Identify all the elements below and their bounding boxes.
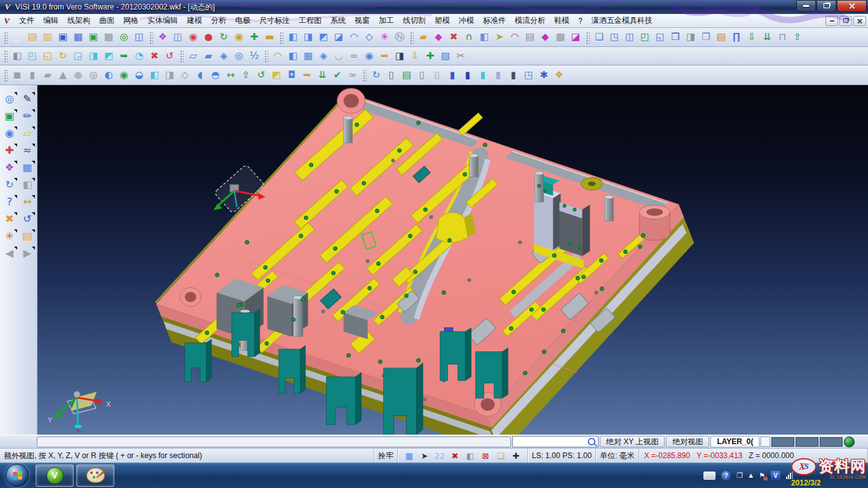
- new-file-icon[interactable]: ▢: [10, 30, 25, 45]
- cylinder-solid-icon[interactable]: ▮: [25, 67, 40, 83]
- show-all-icon[interactable]: ✚: [247, 30, 262, 45]
- save-as-icon[interactable]: ▦: [71, 30, 86, 45]
- press-tool-icon[interactable]: ∏: [729, 30, 744, 45]
- menu-item[interactable]: 线切割: [398, 14, 430, 27]
- mirror-solid-icon[interactable]: ◫: [622, 30, 637, 45]
- import-points-icon[interactable]: ⇊: [759, 30, 775, 45]
- menu-item[interactable]: 电极: [231, 14, 255, 27]
- sheet-solid-icon[interactable]: ◇: [177, 67, 193, 83]
- delete-icon[interactable]: ✖: [1, 212, 18, 227]
- menu-item[interactable]: 建模: [182, 14, 207, 27]
- undercut-analysis-icon[interactable]: ✖: [446, 30, 461, 45]
- tangent-surface-icon[interactable]: ◧: [285, 48, 301, 64]
- cube-section-icon[interactable]: ◨: [86, 48, 101, 64]
- undo-icon[interactable]: ↺: [19, 212, 36, 227]
- twist-solid-icon[interactable]: ↺: [254, 67, 269, 83]
- copy-solid-icon[interactable]: ❏: [592, 30, 607, 45]
- render-palette-icon[interactable]: ❖: [1, 160, 18, 175]
- chain-22-icon[interactable]: 22: [432, 449, 447, 462]
- pipe-surface-icon[interactable]: ∞: [346, 48, 362, 64]
- trim-surface-icon[interactable]: ✂: [453, 48, 468, 64]
- eye-add-icon[interactable]: ◉: [186, 30, 201, 45]
- menu-item[interactable]: 视窗: [350, 14, 374, 27]
- cube-corner-icon[interactable]: ◩: [101, 48, 116, 64]
- paste-entity-icon[interactable]: ▤: [714, 30, 729, 45]
- menu-item[interactable]: 实体编辑: [143, 14, 182, 27]
- chamfer-cube-icon[interactable]: ◨: [162, 67, 177, 83]
- box-3d-icon[interactable]: ◧: [463, 449, 478, 462]
- taskbar-app-visi[interactable]: V: [36, 464, 74, 487]
- corner-cube-icon[interactable]: ◧: [147, 67, 162, 83]
- menu-item[interactable]: 标准件: [478, 14, 510, 27]
- window-grid-icon[interactable]: ▦: [19, 160, 36, 175]
- machining-icon[interactable]: ✳: [1, 229, 18, 244]
- network-signal-icon[interactable]: [786, 471, 793, 479]
- restore-button[interactable]: [817, 0, 836, 12]
- cursor-icon[interactable]: ➤: [417, 449, 432, 462]
- menu-item[interactable]: 工程图: [294, 14, 326, 27]
- align-solid-icon[interactable]: ◱: [653, 30, 668, 45]
- menu-item[interactable]: 编辑: [39, 14, 63, 27]
- start-button[interactable]: [0, 463, 34, 488]
- verify-solid-icon[interactable]: ✔: [330, 67, 345, 83]
- move-solid-icon[interactable]: ↔: [223, 67, 238, 83]
- regen-cylinder-icon[interactable]: ↻: [369, 67, 384, 83]
- show-hidden-icons[interactable]: ▲: [749, 472, 753, 478]
- stamp-tool-icon[interactable]: ⊓: [775, 30, 790, 45]
- pocket-solid-icon[interactable]: ◒: [132, 67, 147, 83]
- swap-box-icon[interactable]: ❏: [493, 449, 508, 462]
- explode-view-icon[interactable]: ✳: [377, 30, 392, 45]
- hide-selected-icon[interactable]: ▬: [262, 30, 277, 45]
- notch-solid-icon[interactable]: ◘: [284, 67, 299, 83]
- toolbox-icon[interactable]: ✱: [536, 67, 552, 83]
- modify-sketch-icon[interactable]: ✎: [19, 92, 36, 107]
- cylinder-copy-icon[interactable]: ◳: [521, 67, 536, 83]
- mdi-close-button[interactable]: [853, 16, 866, 26]
- save-copy-icon[interactable]: ▣: [86, 30, 101, 45]
- layer-button[interactable]: LAYER_0(: [710, 436, 759, 447]
- menu-item[interactable]: ?: [574, 15, 587, 27]
- cube-back-icon[interactable]: ◲: [71, 48, 86, 64]
- cylinder-blue-icon[interactable]: ▮: [445, 67, 460, 83]
- drape-surface-icon[interactable]: ◈: [316, 48, 331, 64]
- delete-face-icon[interactable]: ✖: [147, 48, 162, 64]
- face-cube-icon[interactable]: ◨: [392, 48, 407, 64]
- save-icon[interactable]: ▣: [55, 30, 71, 45]
- back-icon[interactable]: ◀: [1, 246, 18, 261]
- iso-cube-icon[interactable]: ◧: [10, 48, 25, 64]
- prompt-bar[interactable]: [37, 437, 511, 447]
- restore-tray-icon[interactable]: ❐: [736, 471, 743, 480]
- snap-grid-icon[interactable]: ▦: [402, 449, 417, 462]
- box-solid-icon[interactable]: ◼: [10, 67, 25, 83]
- boolean-solid-icon[interactable]: ❒: [668, 30, 683, 45]
- cylinder-cyan-icon[interactable]: ▮: [475, 67, 491, 83]
- help-tray-icon[interactable]: ?: [721, 471, 731, 480]
- prism-solid-icon[interactable]: ▰: [40, 67, 55, 83]
- viewport-3d[interactable]: X Y: [37, 85, 868, 435]
- visibility-toggle-icon[interactable]: ◉: [231, 30, 247, 45]
- spline-icon[interactable]: ≈: [19, 143, 36, 158]
- plane-icon[interactable]: ▱: [186, 48, 201, 64]
- globe-icon[interactable]: [844, 437, 855, 447]
- surface-flip-icon[interactable]: ◠: [346, 30, 362, 45]
- face-color-icon[interactable]: ◩: [269, 67, 284, 83]
- close-button[interactable]: [837, 0, 867, 12]
- curvature-analysis-icon[interactable]: ◆: [431, 30, 446, 45]
- keyboard-tray-icon[interactable]: [703, 471, 715, 480]
- mesh-view-icon[interactable]: Ⓝ: [392, 30, 407, 45]
- split-solid-icon[interactable]: ◨: [683, 30, 698, 45]
- print-icon[interactable]: ▦: [101, 30, 116, 45]
- mdi-restore-button[interactable]: [839, 16, 852, 26]
- cylinder-outline-icon[interactable]: ▯: [384, 67, 399, 83]
- copy-entity-icon[interactable]: ❐: [698, 30, 714, 45]
- cylinder-dark-icon[interactable]: ▮: [460, 67, 475, 83]
- cube-front-icon[interactable]: ◰: [25, 48, 40, 64]
- rainbow-map-icon[interactable]: ◠: [507, 30, 522, 45]
- cut-magenta-icon[interactable]: ◪: [568, 30, 583, 45]
- layer-stack-icon[interactable]: ▤: [522, 30, 538, 45]
- fillet-solid-icon[interactable]: ◖: [193, 67, 208, 83]
- push-face-icon[interactable]: ➥: [299, 67, 315, 83]
- link-solid-icon[interactable]: ∞: [345, 67, 360, 83]
- zoom-extents-icon[interactable]: ◉: [1, 126, 18, 141]
- menu-item[interactable]: 塑模: [430, 14, 454, 27]
